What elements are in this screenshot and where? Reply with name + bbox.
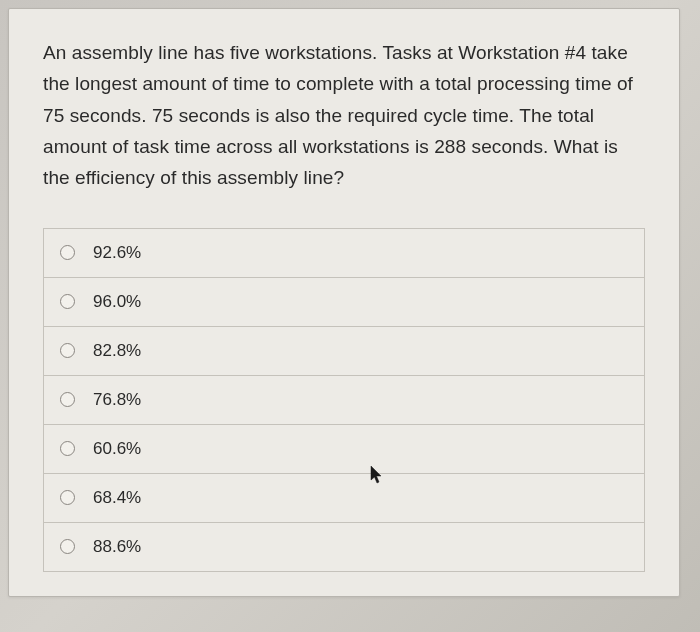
- option-label: 60.6%: [93, 439, 141, 459]
- radio-icon[interactable]: [60, 392, 75, 407]
- radio-icon[interactable]: [60, 245, 75, 260]
- option-row[interactable]: 82.8%: [44, 327, 644, 376]
- radio-icon[interactable]: [60, 490, 75, 505]
- question-card: An assembly line has five workstations. …: [8, 8, 680, 597]
- option-row[interactable]: 76.8%: [44, 376, 644, 425]
- options-group: 92.6% 96.0% 82.8% 76.8% 60.6% 68.4% 88.6…: [43, 228, 645, 572]
- radio-icon[interactable]: [60, 539, 75, 554]
- option-row[interactable]: 96.0%: [44, 278, 644, 327]
- option-label: 96.0%: [93, 292, 141, 312]
- option-label: 88.6%: [93, 537, 141, 557]
- option-row[interactable]: 92.6%: [44, 229, 644, 278]
- radio-icon[interactable]: [60, 294, 75, 309]
- option-label: 92.6%: [93, 243, 141, 263]
- radio-icon[interactable]: [60, 343, 75, 358]
- option-row[interactable]: 68.4%: [44, 474, 644, 523]
- option-label: 68.4%: [93, 488, 141, 508]
- option-row[interactable]: 88.6%: [44, 523, 644, 571]
- question-text: An assembly line has five workstations. …: [43, 37, 645, 194]
- option-label: 76.8%: [93, 390, 141, 410]
- option-row[interactable]: 60.6%: [44, 425, 644, 474]
- radio-icon[interactable]: [60, 441, 75, 456]
- option-label: 82.8%: [93, 341, 141, 361]
